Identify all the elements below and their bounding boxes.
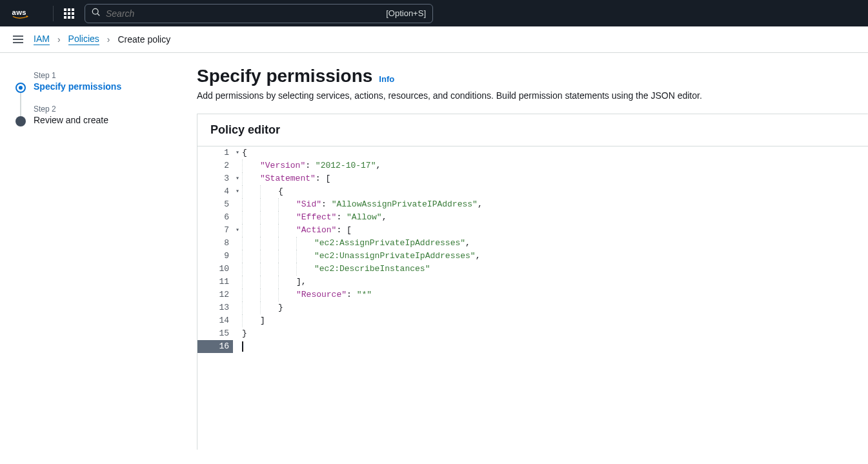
line-number: 11	[197, 276, 233, 288]
line-number: 1	[197, 146, 233, 159]
code-line[interactable]: "ec2:AssignPrivateIpAddresses",	[242, 237, 868, 250]
line-number: 2	[197, 159, 233, 172]
line-number: 14	[197, 314, 233, 327]
code-line[interactable]: ]	[242, 314, 868, 327]
step-title: Review and create	[34, 115, 171, 125]
line-number: 16	[197, 340, 233, 353]
policy-editor-panel: Policy editor 12345678910111213141516 {"…	[197, 114, 868, 450]
code-line[interactable]: "Version": "2012-10-17",	[242, 159, 868, 172]
code-line[interactable]: "Resource": "*"	[242, 288, 868, 301]
editor-code[interactable]: {"Version": "2012-10-17","Statement": [{…	[233, 146, 868, 450]
breadcrumb-policies[interactable]: Policies	[68, 34, 99, 45]
line-number: 5	[197, 198, 233, 211]
hamburger-icon[interactable]	[13, 35, 23, 43]
breadcrumb-current: Create policy	[117, 34, 170, 45]
nav-divider	[53, 6, 54, 21]
search-shortcut: [Option+S]	[386, 8, 426, 18]
code-line[interactable]: "ec2:UnassignPrivateIpAddresses",	[242, 250, 868, 263]
line-number: 3	[197, 172, 233, 185]
wizard-step-2[interactable]: Step 2 Review and create	[15, 105, 171, 125]
step-label: Step 1	[34, 71, 171, 80]
line-number: 6	[197, 211, 233, 224]
line-number: 7	[197, 224, 233, 237]
json-editor[interactable]: 12345678910111213141516 {"Version": "201…	[197, 146, 868, 450]
breadcrumb-bar: IAM › Policies › Create policy	[0, 26, 868, 53]
line-number: 12	[197, 288, 233, 301]
svg-line-2	[97, 14, 99, 15]
page-title: Specify permissions	[197, 66, 372, 86]
code-line[interactable]: {	[242, 185, 868, 198]
main-content: Step 1 Specify permissions Step 2 Review…	[0, 53, 868, 450]
code-line[interactable]	[242, 340, 868, 353]
wizard-step-1[interactable]: Step 1 Specify permissions	[15, 71, 171, 92]
info-link[interactable]: Info	[379, 74, 394, 84]
aws-logo[interactable]: aws	[10, 8, 43, 19]
line-number: 15	[197, 327, 233, 340]
code-line[interactable]: "ec2:DescribeInstances"	[242, 263, 868, 276]
services-grid-icon[interactable]	[64, 8, 74, 19]
code-line[interactable]: ],	[242, 276, 868, 288]
code-line[interactable]: "Statement": [	[242, 172, 868, 185]
code-line[interactable]: "Action": [	[242, 224, 868, 237]
wizard-sidebar: Step 1 Specify permissions Step 2 Review…	[0, 53, 184, 450]
code-line[interactable]: {	[242, 146, 868, 159]
chevron-right-icon: ›	[107, 34, 110, 45]
content-area: Specify permissions Info Add permissions…	[184, 53, 868, 450]
search-icon	[92, 8, 101, 19]
top-nav: aws [Option+S]	[0, 0, 868, 26]
svg-point-1	[92, 8, 98, 14]
breadcrumb: IAM › Policies › Create policy	[34, 34, 170, 45]
line-number: 10	[197, 263, 233, 276]
breadcrumb-iam[interactable]: IAM	[34, 34, 50, 45]
code-line[interactable]: "Effect": "Allow",	[242, 211, 868, 224]
step-label: Step 2	[34, 105, 171, 114]
line-number: 9	[197, 250, 233, 263]
step-title: Specify permissions	[34, 81, 171, 92]
code-line[interactable]: }	[242, 301, 868, 314]
page-description: Add permissions by selecting services, a…	[197, 90, 868, 101]
code-line[interactable]: }	[242, 327, 868, 340]
search-bar[interactable]: [Option+S]	[85, 4, 433, 23]
line-number: 13	[197, 301, 233, 314]
code-line[interactable]: "Sid": "AllowAssignPrivateIPAddress",	[242, 198, 868, 211]
svg-text:aws: aws	[12, 8, 26, 15]
step-marker-inactive-icon	[15, 116, 26, 126]
search-input[interactable]	[106, 8, 386, 19]
chevron-right-icon: ›	[57, 34, 61, 45]
panel-header: Policy editor	[197, 114, 868, 146]
step-marker-active-icon	[15, 83, 26, 93]
editor-gutter: 12345678910111213141516	[197, 146, 233, 450]
line-number: 8	[197, 237, 233, 250]
line-number: 4	[197, 185, 233, 198]
